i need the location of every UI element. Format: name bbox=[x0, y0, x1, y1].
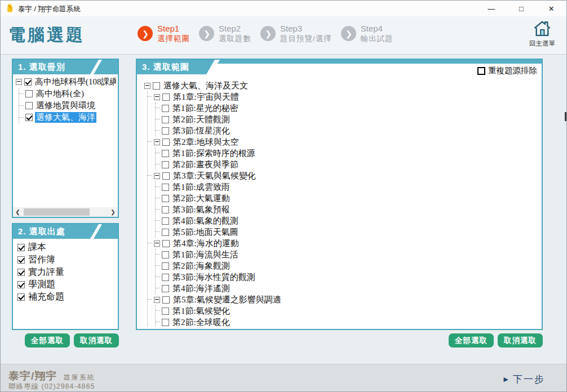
collapse-icon[interactable] bbox=[154, 240, 160, 247]
checkbox[interactable] bbox=[162, 308, 169, 315]
deselect-button[interactable]: 取消選取 bbox=[74, 333, 119, 348]
tree-item-label[interactable]: 第5節:地面天氣圖 bbox=[171, 227, 240, 238]
tree-section[interactable]: 第3節:恆星演化 bbox=[156, 125, 538, 136]
checkbox[interactable] bbox=[162, 139, 170, 146]
collapse-icon[interactable] bbox=[154, 297, 160, 303]
tree-item-label[interactable]: 第1節:海流與生活 bbox=[171, 250, 240, 260]
tree-chapter[interactable]: 第5章:氣候變遷之影響與調適 bbox=[148, 294, 538, 305]
minimize-button[interactable]: — bbox=[476, 1, 506, 16]
checkbox[interactable] bbox=[162, 206, 169, 213]
tree-section[interactable]: 第2節:全球暖化 bbox=[156, 317, 538, 327]
checkbox[interactable] bbox=[162, 127, 169, 135]
checkbox[interactable] bbox=[17, 269, 25, 276]
checkbox[interactable] bbox=[162, 296, 170, 304]
tree-item-label[interactable]: 高中地科(全) bbox=[35, 88, 85, 99]
checkbox[interactable] bbox=[162, 161, 169, 168]
scroll-left-icon[interactable]: ❮ bbox=[13, 209, 23, 215]
checkbox[interactable] bbox=[25, 114, 33, 121]
tree-item[interactable]: 選修地質與環境 bbox=[19, 100, 116, 112]
tree-chapter[interactable]: 第4章:海水的運動 bbox=[148, 238, 538, 249]
checkbox[interactable] bbox=[162, 274, 169, 281]
tree-item-label[interactable]: 選修大氣、海洋及天文 bbox=[162, 81, 249, 91]
tree-chapter[interactable]: 第1章:宇宙與天體 bbox=[148, 91, 538, 103]
checkbox[interactable] bbox=[162, 285, 169, 292]
scrollbar-thumb[interactable] bbox=[24, 208, 90, 216]
tree-section[interactable]: 第1節:成雲致雨 bbox=[156, 181, 538, 193]
tree-section[interactable]: 第4節:氣象的觀測 bbox=[156, 215, 538, 226]
tree-item-label[interactable]: 第3章:天氣與氣候變化 bbox=[172, 171, 257, 181]
tree-chapter[interactable]: 第3章:天氣與氣候變化 bbox=[148, 170, 538, 181]
select-all-button[interactable]: 全部選取 bbox=[449, 333, 494, 348]
tree-section[interactable]: 第1節:星光的秘密 bbox=[156, 103, 538, 114]
tree-item-root[interactable]: 高中地球科學(108課綱) bbox=[16, 76, 116, 88]
tree-item-label[interactable]: 第3節:恆星演化 bbox=[171, 126, 231, 136]
tree-item-label[interactable]: 第4章:海水的運動 bbox=[172, 238, 240, 249]
close-button[interactable]: ✕ bbox=[537, 1, 566, 16]
checkbox[interactable] bbox=[162, 262, 169, 270]
scroll-right-icon[interactable]: ❯ bbox=[108, 209, 118, 215]
checkbox[interactable] bbox=[17, 244, 25, 251]
checkbox[interactable] bbox=[162, 251, 169, 259]
exclude-label[interactable]: 重複題源排除 bbox=[488, 65, 537, 76]
select-all-button[interactable]: 全部選取 bbox=[25, 333, 70, 348]
source-item[interactable]: 實力評量 bbox=[17, 266, 116, 278]
tree-item-root[interactable]: 選修大氣、海洋及天文 bbox=[144, 80, 538, 91]
checkbox[interactable] bbox=[162, 229, 169, 236]
source-label[interactable]: 補充命題 bbox=[27, 291, 65, 303]
collapse-icon[interactable] bbox=[154, 94, 160, 100]
tree-section[interactable]: 第2節:海象觀測 bbox=[156, 260, 538, 271]
tree-item-label[interactable]: 第4節:氣象的觀測 bbox=[171, 216, 240, 226]
tree-section[interactable]: 第2節:大氣運動 bbox=[156, 193, 538, 204]
exclude-duplicate-option[interactable]: 重複題源排除 bbox=[477, 65, 537, 76]
checkbox[interactable] bbox=[162, 172, 170, 180]
tree-item-label[interactable]: 第2節:晝夜與季節 bbox=[171, 159, 240, 170]
tree-item-label[interactable]: 第2節:天體觀測 bbox=[171, 114, 231, 125]
tree-section[interactable]: 第1節:探索時序的根源 bbox=[156, 148, 538, 159]
checkbox[interactable] bbox=[25, 90, 33, 97]
collapse-icon[interactable] bbox=[144, 83, 150, 89]
tree-item-label[interactable]: 高中地球科學(108課綱) bbox=[34, 77, 116, 87]
source-item[interactable]: 補充命題 bbox=[17, 291, 116, 303]
collapse-icon[interactable] bbox=[154, 173, 160, 179]
checkbox[interactable] bbox=[477, 67, 485, 75]
checkbox[interactable] bbox=[162, 150, 169, 157]
collapse-icon[interactable] bbox=[154, 139, 160, 145]
source-label[interactable]: 課本 bbox=[27, 242, 47, 253]
horizontal-scrollbar[interactable]: ❮ ❯ bbox=[13, 207, 118, 217]
tree-section[interactable]: 第4節:海洋遙測 bbox=[156, 283, 538, 294]
next-step-button[interactable]: ▶ 下一步 bbox=[504, 373, 545, 386]
maximize-button[interactable]: □ bbox=[506, 1, 536, 16]
checkbox[interactable] bbox=[162, 116, 169, 123]
checkbox[interactable] bbox=[162, 184, 169, 191]
source-label[interactable]: 實力評量 bbox=[27, 266, 65, 278]
tree-item-label[interactable]: 第4節:海洋遙測 bbox=[171, 283, 231, 294]
checkbox[interactable] bbox=[24, 78, 32, 86]
tree-item-label[interactable]: 第3節:氣象預報 bbox=[171, 204, 231, 215]
tree-section[interactable]: 第1節:氣候變化 bbox=[156, 305, 538, 317]
tree-item-label[interactable]: 選修大氣、海洋 bbox=[35, 112, 96, 123]
tree-item-label[interactable]: 第2章:地球與太空 bbox=[172, 137, 240, 148]
checkbox[interactable] bbox=[25, 102, 33, 109]
tree-item-label[interactable]: 第1節:成雲致雨 bbox=[171, 182, 231, 193]
tree-section[interactable]: 第1節:海流與生活 bbox=[156, 249, 538, 260]
tree-section[interactable]: 第3節:氣象預報 bbox=[156, 204, 538, 215]
source-label[interactable]: 學測題 bbox=[27, 279, 56, 291]
checkbox[interactable] bbox=[162, 319, 169, 326]
tree-item[interactable]: 高中地科(全) bbox=[19, 88, 116, 100]
tree-item-label[interactable]: 第2節:大氣運動 bbox=[171, 193, 231, 204]
collapse-icon[interactable] bbox=[16, 79, 22, 85]
tree-item-label[interactable]: 第2節:海象觀測 bbox=[171, 261, 231, 271]
checkbox[interactable] bbox=[162, 105, 169, 112]
tree-item-label[interactable]: 第5章:氣候變遷之影響與調適 bbox=[172, 295, 282, 305]
source-item[interactable]: 習作簿 bbox=[17, 253, 116, 266]
source-label[interactable]: 習作簿 bbox=[27, 254, 56, 266]
tree-section[interactable]: 第2節:天體觀測 bbox=[156, 114, 538, 125]
checkbox[interactable] bbox=[17, 293, 25, 301]
checkbox[interactable] bbox=[153, 82, 160, 90]
tree-item-label[interactable]: 第1節:探索時序的根源 bbox=[171, 148, 256, 159]
deselect-button[interactable]: 取消選取 bbox=[498, 333, 543, 348]
tree-section[interactable]: 第3節:海水性質的觀測 bbox=[156, 271, 538, 283]
tree-item-label[interactable]: 第3節:海水性質的觀測 bbox=[171, 272, 256, 283]
checkbox[interactable] bbox=[17, 256, 25, 264]
source-item[interactable]: 課本 bbox=[17, 241, 116, 253]
